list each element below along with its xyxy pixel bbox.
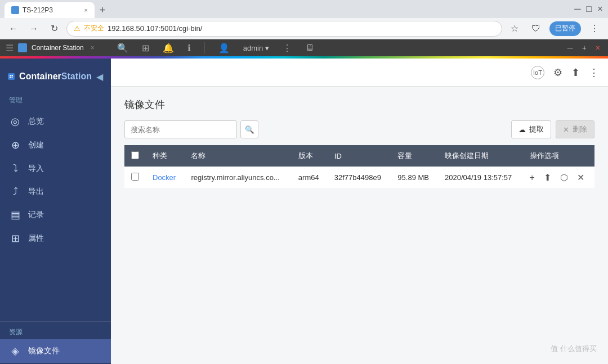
pull-btn[interactable]: ☁ 提取	[511, 120, 551, 138]
info-toolbar-icon[interactable]: ℹ	[187, 43, 191, 53]
images-icon: ◈	[9, 345, 21, 357]
row-type: Docker	[146, 167, 184, 189]
sidebar-item-export[interactable]: ⤴ 导出	[0, 180, 111, 203]
sidebar-item-properties[interactable]: ⊞ 属性	[0, 227, 111, 250]
more-options-icon[interactable]: ⋮	[589, 66, 599, 79]
docker-link[interactable]: Docker	[153, 173, 176, 182]
sidebar-item-import[interactable]: ⤵ 导入	[0, 157, 111, 180]
app-tab-close-btn[interactable]: ×	[91, 44, 95, 52]
logo-container-text: Container	[19, 71, 61, 81]
app-close-btn[interactable]: ×	[593, 43, 602, 52]
browser-tabs: TS-212P3 × +	[5, 0, 110, 18]
browser-chrome: TS-212P3 × + ─ □ × ← → ↻ ⚠ 不安全 192.168.5…	[0, 0, 608, 39]
layers-toolbar-icon[interactable]: ⊞	[142, 43, 149, 53]
watermark: 值 什么值得买	[551, 344, 597, 354]
divider	[204, 42, 205, 53]
sidebar-item-log[interactable]: ▤ 记录	[0, 203, 111, 227]
op-icons: + ⬆ ⬡ ✕	[530, 172, 588, 183]
search-btn[interactable]: 🔍	[240, 120, 258, 138]
sidebar-section-manage: 管理	[0, 91, 111, 107]
app-maximize-btn[interactable]: +	[580, 43, 589, 52]
images-table: 种类 名称 版本 ID 容量 映像创建日期 操作选项	[124, 145, 594, 189]
action-btns: ☁ 提取 ✕ 删除	[511, 120, 594, 138]
row-version: arm64	[292, 167, 328, 189]
row-size: 95.89 MB	[391, 167, 438, 189]
user-toolbar-icon[interactable]: 👤	[218, 43, 230, 53]
more-toolbar-btn[interactable]: ⋮	[283, 43, 292, 53]
import-icon: ⤵	[9, 163, 21, 174]
refresh-btn[interactable]: ↻	[46, 21, 62, 37]
sidebar-logo: ContainerStation ◀	[0, 59, 111, 91]
sidebar-item-images[interactable]: ◈ 镜像文件	[0, 339, 111, 363]
table-row: Docker registry.mirror.aliyuncs.co... ar…	[124, 167, 594, 189]
back-btn[interactable]: ←	[6, 21, 21, 37]
add-op-icon[interactable]: +	[530, 173, 535, 183]
forward-btn[interactable]: →	[26, 21, 42, 37]
settings-icon[interactable]: ⚙	[553, 66, 562, 79]
col-size: 容量	[391, 145, 438, 167]
sidebar-item-overview-label: 总览	[28, 116, 44, 127]
app-window-controls: ─ + ×	[565, 43, 602, 52]
log-icon: ▤	[9, 209, 21, 221]
app-window: ☰ Container Station × 🔍 ⊞ 🔔 ℹ 👤 admin ▾ …	[0, 39, 608, 364]
search-area: 🔍	[124, 120, 258, 138]
delete-btn[interactable]: ✕ 删除	[556, 120, 594, 138]
sidebar: ContainerStation ◀ 管理 ◎ 总览 ⊕ 创建 ⤵ 导入	[0, 59, 111, 364]
shield-btn[interactable]: 🛡	[528, 21, 544, 37]
browser-minimize-btn[interactable]: ─	[574, 6, 581, 12]
tab-close-btn[interactable]: ×	[84, 7, 88, 14]
row-checkbox-cell	[124, 167, 146, 189]
svg-rect-2	[11, 75, 13, 77]
row-ops: + ⬆ ⬡ ✕	[523, 167, 595, 189]
cloud-upload-icon: ☁	[518, 125, 526, 134]
browser-tab-active[interactable]: TS-212P3 ×	[5, 2, 95, 18]
tab-favicon	[11, 6, 19, 14]
search-input[interactable]	[124, 120, 237, 138]
bell-toolbar-icon[interactable]: 🔔	[163, 43, 174, 53]
svg-rect-4	[11, 77, 13, 78]
properties-icon: ⊞	[9, 232, 21, 245]
hamburger-icon[interactable]: ☰	[6, 43, 14, 53]
admin-label[interactable]: admin ▾	[243, 44, 269, 52]
sidebar-resource-items: ◈ 镜像文件 ▣ 储存空间	[0, 339, 111, 364]
iot-icon[interactable]: IoT	[531, 66, 544, 79]
toolbar-row: 🔍 ☁ 提取 ✕ 删除	[124, 120, 594, 138]
export-op-icon[interactable]: ⬡	[560, 172, 568, 183]
profile-btn[interactable]: 已暂停	[549, 21, 581, 36]
monitor-toolbar-icon[interactable]: 🖥	[305, 43, 314, 53]
sidebar-section-resources: 资源	[0, 321, 111, 339]
sidebar-item-create-label: 创建	[28, 140, 44, 150]
pull-btn-label: 提取	[529, 124, 544, 134]
browser-maximize-btn[interactable]: □	[585, 6, 592, 12]
sidebar-item-overview[interactable]: ◎ 总览	[0, 110, 111, 133]
col-version: 版本	[292, 145, 328, 167]
app-favicon	[18, 43, 27, 52]
col-ops: 操作选项	[523, 145, 595, 167]
delete-op-icon[interactable]: ✕	[577, 172, 584, 183]
browser-close-btn[interactable]: ×	[597, 6, 603, 12]
sidebar-collapse-btn[interactable]: ◀	[96, 71, 103, 82]
row-checkbox[interactable]	[131, 173, 139, 181]
bookmark-btn[interactable]: ☆	[507, 21, 522, 37]
sidebar-item-images-label: 镜像文件	[28, 346, 60, 356]
svg-rect-3	[10, 77, 11, 78]
select-all-checkbox[interactable]	[131, 151, 139, 159]
new-tab-btn[interactable]: +	[95, 2, 110, 18]
logo-station-text: Station	[61, 71, 92, 81]
browser-window-controls: ─ □ ×	[574, 6, 603, 12]
sidebar-item-import-label: 导入	[28, 164, 44, 174]
sidebar-item-log-label: 记录	[28, 210, 44, 220]
search-toolbar-icon[interactable]: 🔍	[117, 43, 128, 53]
app-window-title: Container Station	[32, 44, 84, 52]
upload-op-icon[interactable]: ⬆	[544, 172, 551, 183]
export-icon: ⤴	[9, 186, 21, 197]
app-minimize-btn[interactable]: ─	[565, 43, 575, 52]
upload-icon[interactable]: ⬆	[571, 66, 580, 79]
app-topbar: IoT ⚙ ⬆ ⋮	[111, 59, 608, 87]
sidebar-item-create[interactable]: ⊕ 创建	[0, 133, 111, 157]
address-bar[interactable]: ⚠ 不安全 192.168.50.107:5001/cgi-bin/	[66, 21, 502, 37]
browser-toolbar-right: ☆ 🛡 已暂停 ⋮	[507, 21, 602, 37]
menu-btn[interactable]: ⋮	[587, 21, 602, 37]
sidebar-item-export-label: 导出	[28, 187, 44, 197]
security-warning-icon: ⚠	[74, 24, 81, 33]
